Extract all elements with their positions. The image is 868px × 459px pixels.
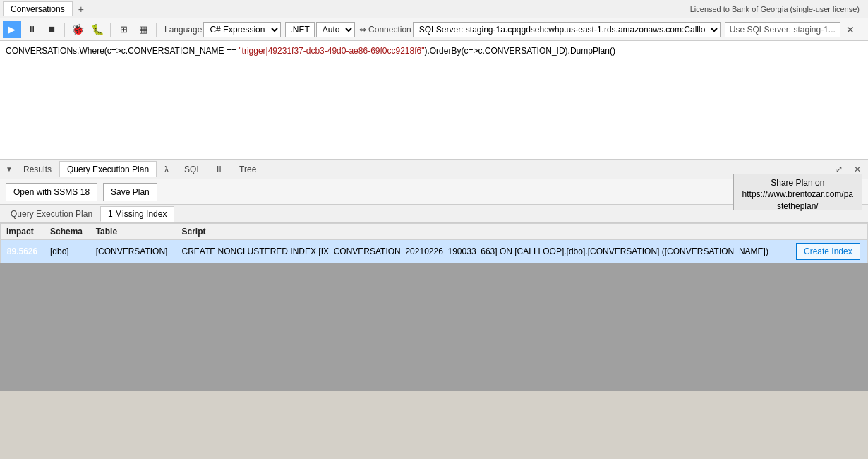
col-impact: Impact bbox=[1, 224, 44, 240]
toolbar-sep-1 bbox=[64, 23, 65, 37]
results-toggle-button[interactable]: ▼ bbox=[3, 163, 16, 176]
plan-toolbar: Open with SSMS 18 Save Plan Share Plan o… bbox=[0, 179, 868, 205]
code-string: "trigger|49231f37-dcb3-49d0-ae86-69f0cc9… bbox=[239, 46, 424, 56]
connection-label: ⇔ Connection bbox=[359, 25, 411, 35]
run-button[interactable]: ▶ bbox=[3, 21, 21, 38]
sub-tab-query-execution-plan[interactable]: Query Execution Plan bbox=[3, 206, 100, 222]
add-tab-button[interactable]: + bbox=[73, 1, 90, 17]
editor-area[interactable]: CONVERSATIONs.Where(c=>c.CONVERSATION_NA… bbox=[0, 41, 868, 160]
connection-select[interactable]: SQLServer: staging-1a.cpqgdsehcwhp.us-ea… bbox=[413, 22, 721, 37]
tab-results[interactable]: Results bbox=[16, 161, 59, 177]
tab-query-execution-plan[interactable]: Query Execution Plan bbox=[59, 161, 157, 177]
cell-script: CREATE NONCLUSTERED INDEX [IX_CONVERSATI… bbox=[176, 240, 790, 263]
close-connection-button[interactable]: ✕ bbox=[843, 23, 857, 37]
grid-button-2[interactable]: ▦ bbox=[134, 21, 152, 38]
col-table: Table bbox=[90, 224, 176, 240]
tab-il[interactable]: IL bbox=[209, 161, 231, 177]
table-row: 89.5626 [dbo] [CONVERSATION] CREATE NONC… bbox=[1, 240, 868, 263]
table-header-row: Impact Schema Table Script bbox=[1, 224, 868, 240]
col-script: Script bbox=[176, 224, 790, 240]
open-ssms-button[interactable]: Open with SSMS 18 bbox=[6, 183, 97, 201]
debug-button-2[interactable]: 🐛 bbox=[88, 21, 107, 38]
share-plan-button[interactable]: Share Plan on https://www.brentozar.com/… bbox=[733, 174, 862, 210]
tab-tree[interactable]: Tree bbox=[231, 161, 264, 177]
col-action bbox=[790, 224, 868, 240]
language-label: Language bbox=[164, 25, 202, 35]
pause-button[interactable]: ⏸ bbox=[23, 21, 41, 38]
language-select[interactable]: C# Expression C# Statements VB Expressio… bbox=[203, 22, 281, 37]
create-index-button[interactable]: Create Index bbox=[796, 243, 860, 260]
debug-button-1[interactable]: 🐞 bbox=[68, 21, 87, 38]
cell-impact: 89.5626 bbox=[1, 240, 44, 263]
code-text: CONVERSATIONs.Where(c=>c.CONVERSATION_NA… bbox=[6, 46, 615, 56]
use-connection-button[interactable]: Use SQLServer: staging-1... bbox=[725, 22, 840, 37]
tab-label: Conversations bbox=[11, 4, 65, 14]
stop-button[interactable]: ⏹ bbox=[42, 21, 61, 38]
license-text: Licensed to Bank of Georgia (single-user… bbox=[690, 5, 865, 13]
title-bar: Conversations + Licensed to Bank of Geor… bbox=[0, 0, 868, 18]
tab-lambda[interactable]: λ bbox=[157, 161, 176, 177]
dotnet-button[interactable]: .NET bbox=[285, 22, 314, 37]
grid-button-1[interactable]: ⊞ bbox=[114, 21, 133, 38]
cell-table: [CONVERSATION] bbox=[90, 240, 176, 263]
tab-sql[interactable]: SQL bbox=[176, 161, 209, 177]
save-plan-button[interactable]: Save Plan bbox=[103, 183, 157, 201]
cell-action: Create Index bbox=[790, 240, 868, 263]
data-table-wrap: Impact Schema Table Script 89.5626 [dbo]… bbox=[0, 223, 868, 263]
toolbar: ▶ ⏸ ⏹ 🐞 🐛 ⊞ ▦ Language C# Expression C# … bbox=[0, 18, 868, 41]
auto-select[interactable]: Auto bbox=[316, 22, 355, 37]
missing-index-table: Impact Schema Table Script 89.5626 [dbo]… bbox=[0, 223, 868, 263]
sub-tab-missing-index[interactable]: 1 Missing Index bbox=[100, 206, 174, 222]
conversations-tab[interactable]: Conversations bbox=[3, 1, 73, 16]
col-schema: Schema bbox=[44, 224, 90, 240]
gray-filler bbox=[0, 263, 868, 391]
toolbar-sep-3 bbox=[156, 23, 157, 37]
toolbar-sep-2 bbox=[110, 23, 111, 37]
cell-schema: [dbo] bbox=[44, 240, 90, 263]
